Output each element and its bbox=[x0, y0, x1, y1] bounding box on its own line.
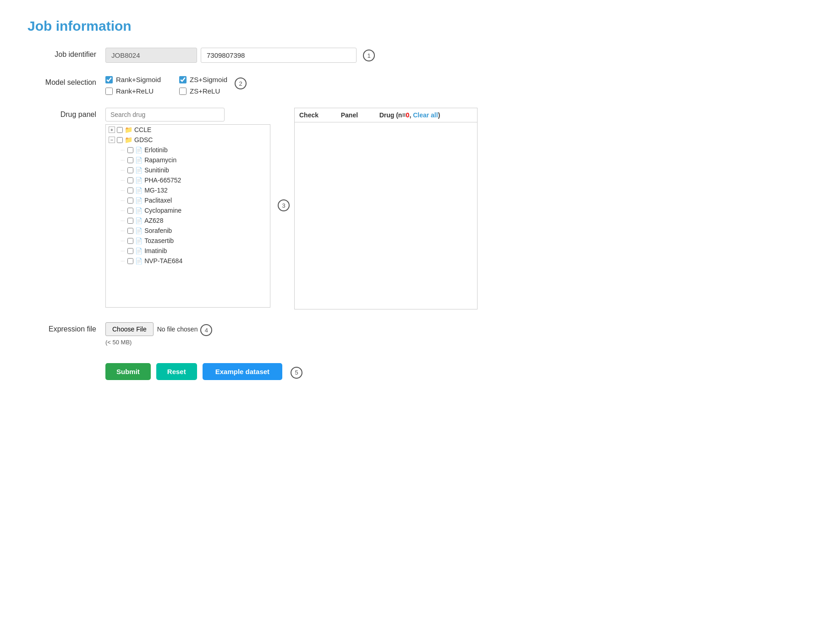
checkbox-zs-relu-input[interactable] bbox=[179, 88, 187, 95]
choose-file-button[interactable]: Choose File bbox=[105, 322, 154, 336]
dotted-line-tozasertib: ··· bbox=[121, 238, 125, 243]
submit-button[interactable]: Submit bbox=[105, 363, 151, 380]
file-icon-erlotinib: 📄 bbox=[135, 147, 143, 154]
model-grid: Rank+Sigmoid ZS+Sigmoid Rank+ReLU ZS+ReL… bbox=[105, 76, 227, 95]
tree-item-erlotinib[interactable]: ··· 📄 Erlotinib bbox=[106, 145, 270, 155]
drug-panel-row: Drug panel + 📁 CCLE − 📁 bbox=[27, 108, 813, 309]
tree-label-cyclopamine: Cyclopamine bbox=[144, 207, 181, 214]
tree-label-paclitaxel: Paclitaxel bbox=[144, 197, 172, 204]
expand-gdsc-btn[interactable]: − bbox=[109, 137, 115, 143]
file-icon-imatinib: 📄 bbox=[135, 248, 143, 254]
tree-label-az628: AZ628 bbox=[144, 217, 163, 224]
tree-checkbox-pha665752[interactable] bbox=[127, 177, 133, 183]
col-drug-suffix: , bbox=[409, 111, 413, 119]
expression-file-label: Expression file bbox=[27, 322, 105, 333]
tree-checkbox-imatinib[interactable] bbox=[127, 248, 133, 254]
job-token-field[interactable] bbox=[201, 48, 357, 63]
tree-checkbox-paclitaxel[interactable] bbox=[127, 198, 133, 204]
col-check: Check bbox=[295, 108, 336, 122]
tree-item-imatinib[interactable]: ··· 📄 Imatinib bbox=[106, 246, 270, 256]
page-title: Job information bbox=[27, 18, 813, 34]
tree-item-mg132[interactable]: ··· 📄 MG-132 bbox=[106, 185, 270, 195]
tree-item-cyclopamine[interactable]: ··· 📄 Cyclopamine bbox=[106, 205, 270, 215]
tree-checkbox-az628[interactable] bbox=[127, 218, 133, 224]
tree-checkbox-erlotinib[interactable] bbox=[127, 147, 133, 153]
tree-label-imatinib: Imatinib bbox=[144, 247, 167, 254]
dotted-line-nvptae684: ··· bbox=[121, 258, 125, 264]
checkbox-rank-sigmoid[interactable]: Rank+Sigmoid bbox=[105, 76, 161, 83]
tree-checkbox-mg132[interactable] bbox=[127, 188, 133, 193]
drug-tree-section: + 📁 CCLE − 📁 GDSC ··· bbox=[105, 108, 270, 308]
tree-label-gdsc: GDSC bbox=[134, 136, 153, 143]
tree-checkbox-gdsc[interactable] bbox=[117, 137, 123, 143]
buttons-content: Submit Reset Example dataset 5 bbox=[105, 359, 813, 380]
file-icon-sunitinib: 📄 bbox=[135, 167, 143, 174]
no-file-text: No file chosen bbox=[157, 326, 198, 333]
drug-panel-container: + 📁 CCLE − 📁 GDSC ··· bbox=[105, 108, 478, 309]
clear-all-link[interactable]: Clear all bbox=[413, 111, 438, 119]
tree-item-nvptae684[interactable]: ··· 📄 NVP-TAE684 bbox=[106, 256, 270, 266]
checkbox-zs-sigmoid-label: ZS+Sigmoid bbox=[190, 76, 227, 83]
tree-item-paclitaxel[interactable]: ··· 📄 Paclitaxel bbox=[106, 195, 270, 205]
tree-item-ccle[interactable]: + 📁 CCLE bbox=[106, 125, 270, 135]
file-icon-tozasertib: 📄 bbox=[135, 237, 143, 244]
checkbox-zs-relu[interactable]: ZS+ReLU bbox=[179, 87, 227, 95]
tree-item-tozasertib[interactable]: ··· 📄 Tozasertib bbox=[106, 236, 270, 246]
buttons-label-spacer bbox=[27, 359, 105, 361]
drug-search-input[interactable] bbox=[105, 108, 225, 121]
example-dataset-button[interactable]: Example dataset bbox=[203, 363, 282, 380]
tree-checkbox-rapamycin[interactable] bbox=[127, 157, 133, 163]
expand-ccle-btn[interactable]: + bbox=[109, 127, 115, 133]
col-drug: Drug (n=0, Clear all) bbox=[375, 108, 477, 122]
tree-checkbox-cyclopamine[interactable] bbox=[127, 208, 133, 214]
tree-label-pha665752: PHA-665752 bbox=[144, 177, 181, 184]
tree-checkbox-nvptae684[interactable] bbox=[127, 258, 133, 264]
dotted-line-mg132: ··· bbox=[121, 188, 125, 193]
checkbox-zs-sigmoid[interactable]: ZS+Sigmoid bbox=[179, 76, 227, 83]
expression-file-content: Choose File No file chosen 4 (< 50 MB) bbox=[105, 322, 813, 346]
tree-item-sunitinib[interactable]: ··· 📄 Sunitinib bbox=[106, 165, 270, 175]
col-panel: Panel bbox=[336, 108, 375, 122]
tree-item-rapamycin[interactable]: ··· 📄 Rapamycin bbox=[106, 155, 270, 165]
col-drug-close: ) bbox=[438, 111, 440, 119]
tree-item-sorafenib[interactable]: ··· 📄 Sorafenib bbox=[106, 226, 270, 236]
drug-tree[interactable]: + 📁 CCLE − 📁 GDSC ··· bbox=[105, 124, 270, 308]
file-icon-az628: 📄 bbox=[135, 217, 143, 224]
tree-label-tozasertib: Tozasertib bbox=[144, 237, 174, 244]
tree-checkbox-sunitinib[interactable] bbox=[127, 167, 133, 173]
drug-panel-label: Drug panel bbox=[27, 108, 105, 119]
buttons-row: Submit Reset Example dataset 5 bbox=[105, 363, 302, 380]
tree-label-rapamycin: Rapamycin bbox=[144, 156, 176, 164]
step-4-indicator: 4 bbox=[200, 324, 212, 336]
dotted-line-sunitinib: ··· bbox=[121, 167, 125, 173]
buttons-row-wrapper: Submit Reset Example dataset 5 bbox=[27, 359, 813, 380]
checkbox-zs-sigmoid-input[interactable] bbox=[179, 76, 187, 83]
tree-label-nvptae684: NVP-TAE684 bbox=[144, 257, 182, 265]
col-drug-prefix: Drug (n= bbox=[379, 111, 406, 119]
tree-label-sorafenib: Sorafenib bbox=[144, 227, 172, 234]
reset-button[interactable]: Reset bbox=[156, 363, 197, 380]
tree-label-mg132: MG-132 bbox=[144, 187, 168, 194]
tree-item-pha665752[interactable]: ··· 📄 PHA-665752 bbox=[106, 175, 270, 185]
tree-label-ccle: CCLE bbox=[134, 126, 151, 133]
checkbox-rank-sigmoid-input[interactable] bbox=[105, 76, 113, 83]
tree-checkbox-ccle[interactable] bbox=[117, 127, 123, 133]
tree-item-az628[interactable]: ··· 📄 AZ628 bbox=[106, 215, 270, 226]
job-id-field[interactable] bbox=[105, 48, 197, 63]
model-selection-content: Rank+Sigmoid ZS+Sigmoid Rank+ReLU ZS+ReL… bbox=[105, 76, 813, 95]
checkbox-rank-relu-input[interactable] bbox=[105, 88, 113, 95]
drug-table: Check Panel Drug (n=0, Clear all) bbox=[295, 108, 477, 122]
tree-item-gdsc[interactable]: − 📁 GDSC bbox=[106, 135, 270, 145]
file-row-content: Choose File No file chosen 4 (< 50 MB) bbox=[105, 322, 212, 346]
drug-panel-table: Check Panel Drug (n=0, Clear all) bbox=[294, 108, 478, 309]
job-identifier-content: 1 bbox=[105, 48, 813, 63]
file-icon-rapamycin: 📄 bbox=[135, 157, 143, 164]
tree-checkbox-sorafenib[interactable] bbox=[127, 228, 133, 234]
file-icon-sorafenib: 📄 bbox=[135, 227, 143, 234]
tree-checkbox-tozasertib[interactable] bbox=[127, 238, 133, 244]
drug-panel-content: + 📁 CCLE − 📁 GDSC ··· bbox=[105, 108, 813, 309]
tree-label-erlotinib: Erlotinib bbox=[144, 146, 168, 154]
dotted-line-rapamycin: ··· bbox=[121, 157, 125, 163]
checkbox-rank-relu[interactable]: Rank+ReLU bbox=[105, 87, 161, 95]
checkbox-rank-sigmoid-label: Rank+Sigmoid bbox=[116, 76, 161, 83]
